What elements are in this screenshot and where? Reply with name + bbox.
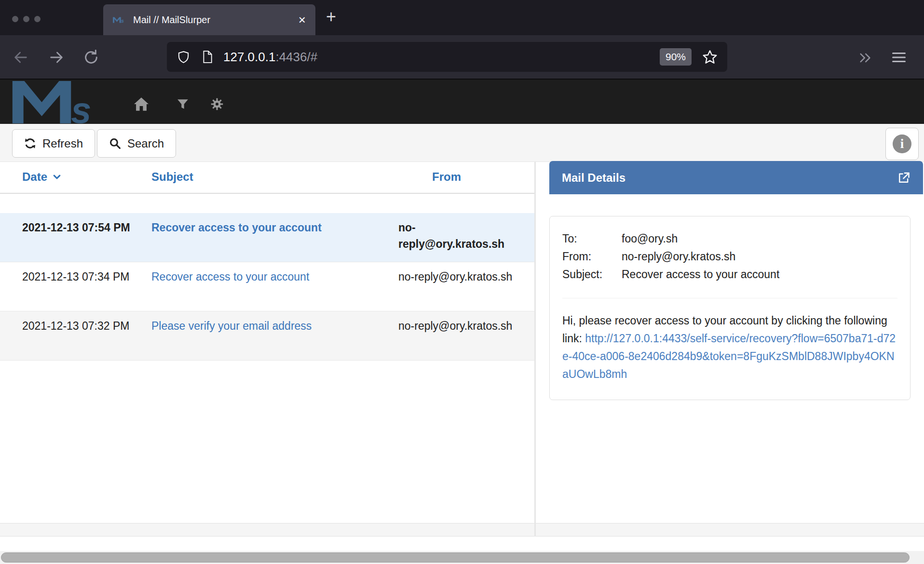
detail-field-value: no-reply@ory.kratos.sh (622, 248, 735, 266)
refresh-button-label: Refresh (42, 137, 83, 150)
mail-details-title: Mail Details (562, 171, 625, 185)
back-icon[interactable] (13, 49, 29, 67)
mail-row-subject[interactable]: Please verify your email address (151, 318, 397, 334)
mail-body: Hi, please recover access to your accoun… (562, 312, 897, 383)
detail-field-value: Recover access to your account (622, 266, 779, 283)
browser-navbar: 127.0.0.1:4436/# 90% (0, 35, 924, 79)
panel-divider (534, 162, 536, 537)
overflow-chevrons-icon[interactable] (856, 51, 874, 67)
app-header: s (0, 79, 924, 124)
detail-field-label: To: (562, 230, 622, 248)
detail-field-to: To: foo@ory.sh (562, 230, 897, 248)
detail-field-subject: Subject: Recover access to your account (562, 266, 897, 283)
refresh-icon (24, 137, 36, 149)
url-path: :4436/# (275, 50, 317, 64)
mail-row-date: 2021-12-13 07:32 PM (22, 318, 133, 334)
mail-row-date: 2021-12-13 07:34 PM (22, 269, 133, 285)
filter-icon[interactable] (177, 98, 189, 112)
url-host: 127.0.0.1 (223, 50, 275, 64)
window-controls[interactable] (12, 16, 41, 22)
chevron-down-icon (52, 172, 62, 182)
shield-icon[interactable] (177, 50, 190, 64)
svg-text:s: s (71, 90, 91, 123)
refresh-button[interactable]: Refresh (12, 129, 95, 158)
column-header-subject[interactable]: Subject (151, 170, 193, 184)
mail-subject-link[interactable]: Recover access to your account (151, 221, 322, 234)
mail-row-from: no-reply@ory.kratos.sh (398, 269, 514, 285)
app-toolbar: Refresh Search i (0, 124, 924, 162)
mail-row-selected[interactable]: 2021-12-13 07:54 PM Recover access to yo… (0, 213, 534, 262)
main-content: Date Subject From 2021-12-13 07:54 PM Re… (0, 162, 924, 523)
mail-row[interactable]: 2021-12-13 07:32 PM Please verify your e… (0, 311, 534, 361)
new-tab-button[interactable]: + (326, 7, 336, 27)
scrollbar-thumb[interactable] (1, 552, 910, 563)
bookmark-star-icon[interactable] (702, 49, 718, 65)
mail-list-panel: Date Subject From 2021-12-13 07:54 PM Re… (0, 162, 534, 523)
menu-hamburger-icon[interactable] (891, 51, 907, 66)
detail-field-value: foo@ory.sh (622, 230, 678, 248)
search-button[interactable]: Search (97, 129, 176, 158)
home-icon[interactable] (133, 97, 149, 113)
tab-close-button[interactable]: × (299, 13, 306, 26)
url-text[interactable]: 127.0.0.1:4436/# (223, 50, 317, 65)
footer-band (0, 523, 924, 537)
mailslurper-logo[interactable]: s (11, 81, 112, 125)
external-link-icon[interactable] (897, 171, 910, 185)
search-icon (109, 137, 121, 149)
mail-details-header: Mail Details (549, 161, 923, 194)
svg-text:s: s (121, 18, 124, 24)
detail-field-label: Subject: (562, 266, 622, 283)
detail-field-label: From: (562, 248, 622, 266)
page-info-icon[interactable] (201, 50, 214, 64)
mail-row[interactable]: 2021-12-13 07:34 PM Recover access to yo… (0, 262, 534, 311)
mail-list-body: 2021-12-13 07:54 PM Recover access to yo… (0, 194, 534, 361)
column-header-date[interactable]: Date (22, 170, 62, 184)
mail-subject-link[interactable]: Recover access to your account (151, 270, 309, 283)
window-control-dot[interactable] (34, 16, 41, 22)
mail-list-header: Date Subject From (0, 162, 534, 194)
mail-row-subject[interactable]: Recover access to your account (151, 269, 397, 285)
mail-row-from: no-reply@ory.kratos.sh (398, 318, 514, 334)
window-control-dot[interactable] (23, 16, 29, 22)
mail-details-panel: Mail Details To: foo@ory.sh From: no-rep… (536, 162, 924, 523)
details-divider (562, 298, 897, 298)
search-button-label: Search (127, 137, 164, 150)
recovery-link[interactable]: http://127.0.0.1:4433/self-service/recov… (562, 332, 896, 380)
mail-details-card: To: foo@ory.sh From: no-reply@ory.kratos… (549, 216, 910, 400)
url-bar[interactable]: 127.0.0.1:4436/# 90% (167, 42, 727, 72)
info-icon: i (893, 134, 911, 153)
horizontal-scrollbar[interactable] (0, 551, 924, 564)
mail-row-date: 2021-12-13 07:54 PM (22, 219, 133, 236)
column-header-from[interactable]: From (432, 170, 461, 184)
zoom-level-badge[interactable]: 90% (660, 48, 692, 66)
tab-favicon: s (113, 16, 126, 24)
browser-window: s Mail // MailSlurper × + 127.0.0.1:4436… (0, 0, 924, 564)
window-control-dot[interactable] (12, 16, 18, 22)
mail-row-subject[interactable]: Recover access to your account (151, 219, 397, 236)
detail-field-from: From: no-reply@ory.kratos.sh (562, 248, 897, 266)
mail-row-from: no-reply@ory.kratos.sh (398, 219, 514, 252)
tab-title: Mail // MailSlurper (133, 14, 292, 26)
info-button[interactable]: i (885, 128, 919, 160)
reload-icon[interactable] (83, 49, 99, 67)
mail-subject-link[interactable]: Please verify your email address (151, 320, 312, 332)
browser-tab-bar: s Mail // MailSlurper × + (0, 0, 924, 35)
tab-mailslurper[interactable]: s Mail // MailSlurper × (103, 4, 315, 35)
forward-icon[interactable] (48, 49, 65, 67)
column-header-date-label: Date (22, 170, 47, 184)
gear-icon[interactable] (210, 97, 224, 113)
